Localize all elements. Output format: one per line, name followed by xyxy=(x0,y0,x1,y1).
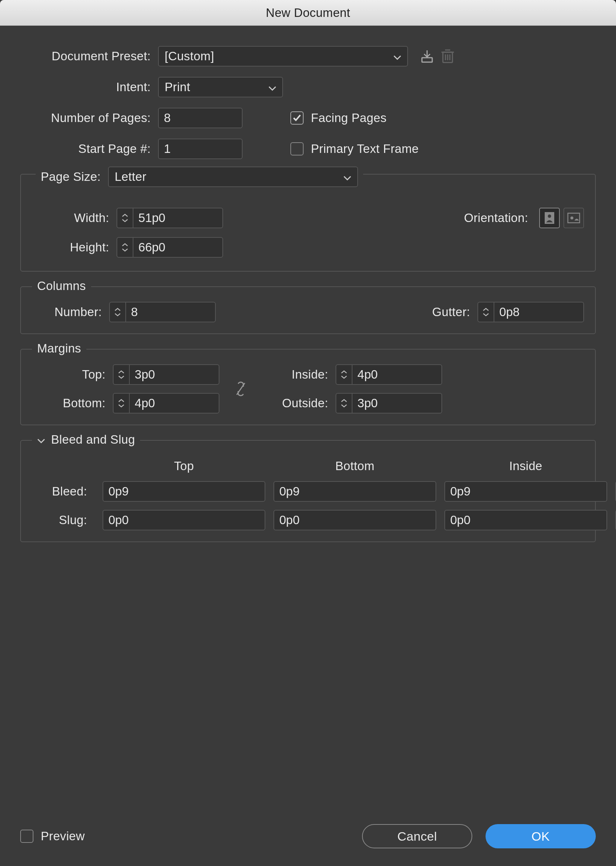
facing-pages-checkbox[interactable] xyxy=(290,112,303,124)
page-size-value: Letter xyxy=(115,170,146,184)
bleed-label: Bleed: xyxy=(32,484,94,498)
height-label: Height: xyxy=(32,240,116,255)
width-label: Width: xyxy=(32,211,116,225)
margin-inside-input[interactable] xyxy=(336,364,442,385)
slug-label: Slug: xyxy=(32,513,94,527)
columns-number-label: Number: xyxy=(32,305,109,319)
stepper-icon[interactable] xyxy=(117,208,134,228)
margin-outside-input[interactable] xyxy=(336,393,442,413)
stepper-icon[interactable] xyxy=(117,238,134,257)
margin-outside-value[interactable] xyxy=(352,394,442,413)
dialog-body: Document Preset: [Custom] Intent: xyxy=(0,26,616,557)
stepper-icon[interactable] xyxy=(113,394,130,413)
slug-inside-input[interactable] xyxy=(444,510,607,530)
save-preset-icon[interactable] xyxy=(417,46,437,66)
orientation-portrait-button[interactable] xyxy=(539,207,560,228)
document-preset-label: Document Preset: xyxy=(20,49,158,63)
bleed-top-input[interactable] xyxy=(102,481,266,502)
cancel-button[interactable]: Cancel xyxy=(362,824,472,848)
start-page-label: Start Page #: xyxy=(20,142,158,156)
page-size-label: Page Size: xyxy=(41,170,102,184)
footer: Preview Cancel OK xyxy=(20,824,596,848)
svg-rect-4 xyxy=(568,213,580,223)
chevron-down-icon xyxy=(268,80,277,94)
document-preset-value: [Custom] xyxy=(165,49,214,63)
margin-outside-label: Outside: xyxy=(262,396,336,410)
bleed-bottom-input[interactable] xyxy=(273,481,436,502)
page-size-group: Page Size: Letter Width: Orientation: xyxy=(20,174,596,272)
window-title: New Document xyxy=(266,6,350,20)
start-page-input[interactable] xyxy=(158,138,243,159)
margin-bottom-input[interactable] xyxy=(113,393,219,413)
margin-top-value[interactable] xyxy=(130,365,219,384)
bs-head-bottom: Bottom xyxy=(273,459,436,473)
chevron-down-icon xyxy=(393,49,401,63)
height-input[interactable] xyxy=(116,237,223,258)
slug-bottom-input[interactable] xyxy=(273,510,436,530)
columns-group: Columns Number: Gutter: xyxy=(20,286,596,334)
intent-select[interactable]: Print xyxy=(158,77,283,97)
slug-top-input[interactable] xyxy=(102,510,266,530)
primary-text-frame-label: Primary Text Frame xyxy=(311,142,419,156)
page-size-select[interactable]: Letter xyxy=(108,167,358,187)
ok-label: OK xyxy=(531,829,550,844)
bs-head-top: Top xyxy=(102,459,266,473)
gutter-value[interactable] xyxy=(494,302,583,322)
gutter-input[interactable] xyxy=(478,302,584,322)
svg-line-6 xyxy=(237,383,245,395)
bleed-slug-group: Bleed and Slug Top Bottom Inside Outside… xyxy=(20,440,596,542)
margins-legend: Margins xyxy=(32,341,86,355)
num-pages-input[interactable] xyxy=(158,108,243,128)
stepper-icon[interactable] xyxy=(336,365,352,384)
bleed-slug-legend: Bleed and Slug xyxy=(51,433,135,446)
bleed-inside-input[interactable] xyxy=(444,481,607,502)
titlebar: New Document xyxy=(0,0,616,26)
svg-point-5 xyxy=(570,217,574,220)
margin-inside-value[interactable] xyxy=(352,365,442,384)
document-preset-select[interactable]: [Custom] xyxy=(158,46,408,66)
columns-number-value[interactable] xyxy=(126,302,215,322)
delete-preset-icon[interactable] xyxy=(437,46,458,66)
stepper-icon[interactable] xyxy=(478,302,494,322)
chevron-down-icon xyxy=(343,170,351,184)
margin-bottom-value[interactable] xyxy=(130,394,219,413)
preview-label: Preview xyxy=(41,829,85,843)
stepper-icon[interactable] xyxy=(336,394,352,413)
orientation-landscape-button[interactable] xyxy=(563,207,584,228)
stepper-icon[interactable] xyxy=(110,302,126,322)
bs-head-inside: Inside xyxy=(444,459,607,473)
chevron-down-icon[interactable] xyxy=(37,433,45,446)
ok-button[interactable]: OK xyxy=(486,824,596,848)
preview-checkbox[interactable] xyxy=(20,830,33,843)
columns-legend: Columns xyxy=(32,279,91,293)
margins-group: Margins Top: Bottom: xyxy=(20,349,596,425)
columns-number-input[interactable] xyxy=(109,302,216,322)
num-pages-label: Number of Pages: xyxy=(20,111,158,125)
margin-bottom-label: Bottom: xyxy=(32,396,113,410)
margin-inside-label: Inside: xyxy=(262,368,336,382)
margin-top-input[interactable] xyxy=(113,364,219,385)
margin-top-label: Top: xyxy=(32,368,113,382)
primary-text-frame-checkbox[interactable] xyxy=(290,142,303,156)
svg-point-3 xyxy=(548,215,551,218)
cancel-label: Cancel xyxy=(397,829,437,844)
width-input[interactable] xyxy=(116,207,223,228)
intent-value: Print xyxy=(165,80,190,94)
orientation-label: Orientation: xyxy=(455,211,536,225)
gutter-label: Gutter: xyxy=(419,305,478,319)
height-value[interactable] xyxy=(134,238,222,257)
svg-rect-0 xyxy=(422,58,432,62)
facing-pages-label: Facing Pages xyxy=(311,111,387,125)
stepper-icon[interactable] xyxy=(113,365,130,384)
intent-label: Intent: xyxy=(20,80,158,94)
width-value[interactable] xyxy=(134,208,222,228)
link-margins-icon[interactable] xyxy=(233,380,248,398)
